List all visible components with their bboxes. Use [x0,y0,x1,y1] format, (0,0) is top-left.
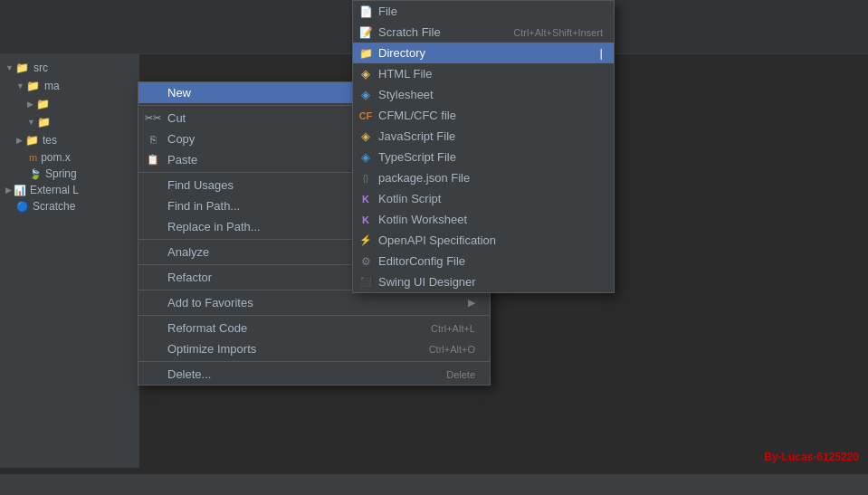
tree-arrow-src [5,63,14,72]
submenu-item-kotlin-worksheet[interactable]: Kotlin Worksheet [353,209,614,230]
submenu-label-kotlin-worksheet: Kotlin Worksheet [378,213,603,226]
submenu-shortcut-scratch: Ctrl+Alt+Shift+Insert [513,27,603,38]
sidebar-item-spring[interactable]: 🍃 Spring [0,166,139,182]
submenu-label-scratch: Scratch File [378,25,500,39]
menu-item-delete[interactable]: Delete... Delete [138,364,490,385]
submenu-label-kotlin-script: Kotlin Script [378,192,603,205]
optimize-icon [146,342,160,357]
scratch-folder-icon: 🔵 [16,201,29,213]
reformat-icon [146,321,160,336]
folder-icon-tes: 📁 [24,133,39,148]
sidebar-label-tes: tes [43,134,57,147]
directory-icon: 📁 [358,46,373,61]
refactor-icon [146,271,160,285]
menu-shortcut-optimize: Ctrl+Alt+O [429,344,475,355]
cut-icon: ✂ [146,111,160,126]
tree-arrow-nested2 [27,118,35,127]
tree-arrow-tes [16,136,23,145]
paste-icon: 📋 [146,153,160,167]
scratch-icon: 📝 [358,25,373,40]
folder-icon-nested2: 📁 [37,115,52,129]
submenu-label-ts: TypeScript File [378,150,603,164]
menu-label-reformat: Reformat Code [167,321,413,335]
submenu-item-css[interactable]: Stylesheet [353,84,614,105]
find-in-path-icon [146,199,160,214]
sidebar-item-ma[interactable]: 📁 ma [0,77,139,95]
ts-icon [358,150,373,165]
sidebar-item-nested1[interactable]: 📁 [0,95,139,113]
openapi-icon: ⚡ [358,233,373,248]
folder-icon-ma: 📁 [26,79,41,93]
sidebar: 📁 src 📁 ma 📁 📁 📁 tes m pom.x 🍃 Spring 📊 … [0,54,140,468]
submenu-label-editorconfig: EditorConfig File [378,254,603,268]
json-icon [358,171,373,186]
sidebar-item-external[interactable]: 📊 External L [0,182,139,198]
menu-item-add-favorites[interactable]: Add to Favorites ▶ [138,292,490,313]
submenu-item-cfml[interactable]: CF CFML/CFC file [353,105,614,126]
sidebar-item-scratche[interactable]: 🔵 Scratche [0,198,139,214]
replace-in-path-icon [146,220,160,234]
analyze-icon [146,245,160,260]
watermark-text: By-Lucas-6125220 [764,451,859,463]
find-usages-icon [146,178,160,193]
submenu-label-cfml: CFML/CFC file [378,109,603,122]
tree-arrow-nested1 [27,100,33,109]
submenu-item-swing[interactable]: Swing UI Designer [353,271,614,292]
sidebar-label-pomx: pom.x [41,151,71,164]
delete-icon [146,367,160,382]
submenu-item-scratch[interactable]: 📝 Scratch File Ctrl+Alt+Shift+Insert [353,22,614,43]
tree-arrow-ma [16,81,24,90]
sidebar-item-src[interactable]: 📁 src [0,59,139,77]
submenu-item-kotlin-script[interactable]: Kotlin Script [353,188,614,209]
file-icon: 📄 [358,5,373,19]
tree-arrow-external [5,186,12,195]
chart-icon: 📊 [14,185,26,196]
menu-item-reformat[interactable]: Reformat Code Ctrl+Alt+L [138,318,490,338]
submenu-item-html[interactable]: HTML File [353,63,614,84]
submenu-label-directory: Directory [378,46,596,60]
favorites-icon [146,296,160,310]
sidebar-item-pomx[interactable]: m pom.x [0,149,139,166]
submenu-label-swing: Swing UI Designer [378,275,603,289]
swing-icon [358,275,373,290]
submenu-item-openapi[interactable]: ⚡ OpenAPI Specification [353,230,614,251]
submenu-item-file[interactable]: 📄 File [353,1,614,22]
menu-item-optimize[interactable]: Optimize Imports Ctrl+Alt+O [138,338,490,359]
separator-6 [138,315,490,316]
favorites-arrow: ▶ [468,297,475,309]
submenu-label-json: package.json File [378,171,603,185]
sidebar-label-ma: ma [44,80,60,92]
file-icon-spring: 🍃 [29,168,42,180]
kotlin-worksheet-icon [358,213,373,227]
submenu-label-file: File [378,5,603,18]
folder-icon-nested1: 📁 [35,97,50,111]
file-icon-pomx: m [29,152,37,163]
sidebar-label-scratche: Scratche [33,200,75,213]
separator-7 [138,361,490,362]
submenu-label-js: JavaScript File [378,129,603,143]
css-icon [358,88,373,102]
new-submenu: 📄 File 📝 Scratch File Ctrl+Alt+Shift+Ins… [352,0,615,293]
menu-shortcut-reformat: Ctrl+Alt+L [431,323,475,334]
submenu-item-directory[interactable]: 📁 Directory | [353,43,614,63]
editorconfig-icon [358,254,373,269]
submenu-item-js[interactable]: JavaScript File [353,126,614,147]
submenu-label-html: HTML File [378,67,603,81]
kotlin-script-icon [358,192,373,206]
menu-label-delete: Delete... [167,367,428,381]
cfml-icon: CF [358,109,373,123]
submenu-label-css: Stylesheet [378,88,603,101]
submenu-label-openapi: OpenAPI Specification [378,233,603,247]
menu-label-add-favorites: Add to Favorites [167,296,459,309]
menu-shortcut-delete: Delete [446,369,475,380]
copy-icon: ⎘ [146,132,160,147]
sidebar-label-spring: Spring [45,167,77,180]
submenu-item-editorconfig[interactable]: EditorConfig File [353,251,614,271]
status-bar [0,473,868,495]
sidebar-item-tes[interactable]: 📁 tes [0,131,139,149]
submenu-item-ts[interactable]: TypeScript File [353,147,614,167]
cursor-indicator: | [600,46,603,60]
sidebar-item-nested2[interactable]: 📁 [0,113,139,131]
submenu-item-json[interactable]: package.json File [353,167,614,188]
folder-icon-src: 📁 [15,61,30,75]
